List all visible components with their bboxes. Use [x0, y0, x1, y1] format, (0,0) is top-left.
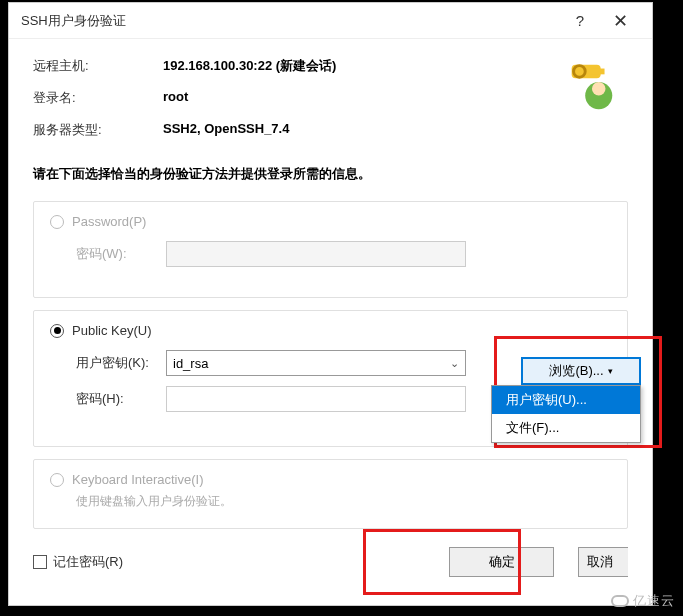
password-radio-row[interactable]: Password(P) — [50, 214, 611, 229]
remember-checkbox[interactable] — [33, 555, 47, 569]
window-title: SSH用户身份验证 — [21, 12, 560, 30]
publickey-radio-row[interactable]: Public Key(U) — [50, 323, 611, 338]
cloud-icon — [611, 595, 629, 607]
publickey-group: Public Key(U) 用户密钥(K): id_rsa ⌄ 密码(H): 浏… — [33, 310, 628, 447]
password-field-label: 密码(W): — [76, 245, 166, 263]
close-button[interactable]: ✕ — [600, 6, 640, 36]
watermark: 亿速云 — [611, 592, 675, 610]
server-type-label: 服务器类型: — [33, 121, 163, 139]
browse-dropdown-menu: 用户密钥(U)... 文件(F)... — [491, 385, 641, 443]
password-radio[interactable] — [50, 215, 64, 229]
cancel-button[interactable]: 取消 — [578, 547, 628, 577]
svg-point-1 — [592, 82, 606, 96]
chevron-down-icon: ⌄ — [450, 357, 459, 370]
watermark-text: 亿速云 — [633, 592, 675, 610]
menu-item-file[interactable]: 文件(F)... — [492, 414, 640, 442]
ssh-auth-dialog: SSH用户身份验证 ? ✕ 远程主机: 192.168.100.30:22 (新… — [8, 2, 653, 606]
password-input — [166, 241, 466, 267]
remote-host-label: 远程主机: — [33, 57, 163, 75]
svg-rect-4 — [591, 69, 605, 75]
remote-host-value: 192.168.100.30:22 (新建会话) — [163, 57, 336, 75]
key-passphrase-input[interactable] — [166, 386, 466, 412]
browse-button[interactable]: 浏览(B)... ▾ — [521, 357, 641, 385]
key-passphrase-label: 密码(H): — [76, 390, 166, 408]
keyboard-desc: 使用键盘输入用户身份验证。 — [76, 493, 611, 510]
keyboard-radio[interactable] — [50, 473, 64, 487]
user-key-label: 用户密钥(K): — [76, 354, 166, 372]
cancel-button-label: 取消 — [587, 553, 621, 571]
ok-button-label: 确定 — [489, 553, 515, 571]
menu-item-user-key[interactable]: 用户密钥(U)... — [492, 386, 640, 414]
help-button[interactable]: ? — [560, 6, 600, 36]
keyboard-radio-label: Keyboard Interactive(I) — [72, 472, 204, 487]
password-field-row: 密码(W): — [76, 241, 611, 267]
login-value: root — [163, 89, 188, 107]
server-type-row: 服务器类型: SSH2, OpenSSH_7.4 — [33, 121, 628, 139]
keyboard-group: Keyboard Interactive(I) 使用键盘输入用户身份验证。 — [33, 459, 628, 529]
remote-host-row: 远程主机: 192.168.100.30:22 (新建会话) — [33, 57, 628, 75]
ok-button[interactable]: 确定 — [449, 547, 554, 577]
login-label: 登录名: — [33, 89, 163, 107]
instruction-text: 请在下面选择恰当的身份验证方法并提供登录所需的信息。 — [33, 165, 628, 183]
server-type-value: SSH2, OpenSSH_7.4 — [163, 121, 289, 139]
dropdown-arrow-icon: ▾ — [608, 366, 613, 376]
remember-label: 记住密码(R) — [53, 553, 123, 571]
user-key-select[interactable]: id_rsa ⌄ — [166, 350, 466, 376]
titlebar: SSH用户身份验证 ? ✕ — [9, 3, 652, 39]
keyboard-radio-row[interactable]: Keyboard Interactive(I) — [50, 472, 611, 487]
key-user-icon — [562, 55, 620, 113]
login-row: 登录名: root — [33, 89, 628, 107]
password-group: Password(P) 密码(W): — [33, 201, 628, 298]
password-radio-label: Password(P) — [72, 214, 146, 229]
user-key-value: id_rsa — [173, 356, 208, 371]
publickey-radio[interactable] — [50, 324, 64, 338]
bottom-bar: 记住密码(R) 确定 取消 — [9, 541, 652, 577]
content-area: 远程主机: 192.168.100.30:22 (新建会话) 登录名: root… — [9, 39, 652, 529]
browse-button-label: 浏览(B)... — [549, 362, 603, 380]
publickey-radio-label: Public Key(U) — [72, 323, 151, 338]
